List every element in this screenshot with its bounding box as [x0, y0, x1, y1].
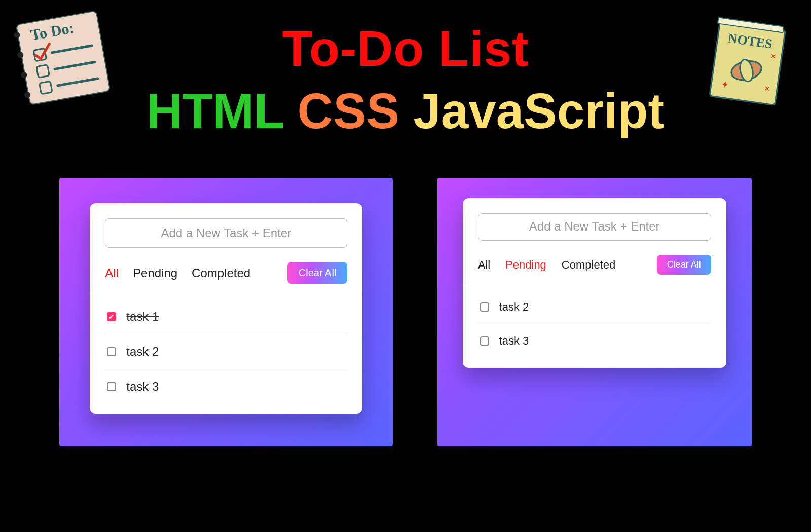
tech-html: HTML — [146, 83, 283, 139]
clear-all-button[interactable]: Clear All — [287, 262, 347, 284]
filter-tabs: All Pending Completed — [105, 266, 287, 280]
task-checkbox[interactable] — [107, 347, 116, 356]
page-title: To-Do List — [0, 20, 811, 78]
task-label: task 3 — [499, 334, 529, 348]
task-list: task 1 task 2 task 3 — [105, 299, 347, 404]
tech-js: JavaScript — [413, 83, 665, 139]
task-label: task 3 — [126, 379, 159, 394]
task-row: task 2 — [105, 334, 347, 369]
todo-panel-all: All Pending Completed Clear All task 1 t… — [59, 178, 393, 446]
task-row: task 3 — [478, 324, 711, 358]
task-checkbox[interactable] — [480, 336, 489, 346]
task-list: task 2 task 3 — [478, 290, 711, 358]
new-task-input[interactable] — [478, 213, 711, 241]
filter-all[interactable]: All — [478, 258, 490, 272]
clear-all-button[interactable]: Clear All — [657, 255, 711, 275]
page-subtitle: HTML CSS JavaScript — [0, 83, 811, 140]
task-row: task 2 — [478, 290, 711, 324]
task-checkbox[interactable] — [107, 382, 116, 391]
task-row: task 1 — [105, 299, 347, 334]
new-task-input[interactable] — [105, 218, 347, 248]
task-row: task 3 — [105, 369, 347, 404]
filter-completed[interactable]: Completed — [192, 266, 250, 280]
todo-panel-pending: All Pending Completed Clear All task 2 t… — [437, 178, 752, 446]
task-label: task 2 — [126, 345, 159, 359]
todo-card: All Pending Completed Clear All task 1 t… — [90, 203, 362, 414]
task-checkbox[interactable] — [107, 312, 116, 321]
filter-pending[interactable]: Pending — [133, 266, 177, 280]
todo-card: All Pending Completed Clear All task 2 t… — [463, 198, 726, 368]
filter-pending[interactable]: Pending — [505, 258, 546, 272]
tech-css: CSS — [298, 83, 400, 139]
filter-all[interactable]: All — [105, 266, 119, 280]
task-label: task 2 — [499, 300, 529, 314]
task-checkbox[interactable] — [480, 302, 489, 312]
filter-completed[interactable]: Completed — [562, 258, 615, 272]
task-label: task 1 — [126, 310, 159, 324]
filter-tabs: All Pending Completed — [478, 258, 657, 272]
